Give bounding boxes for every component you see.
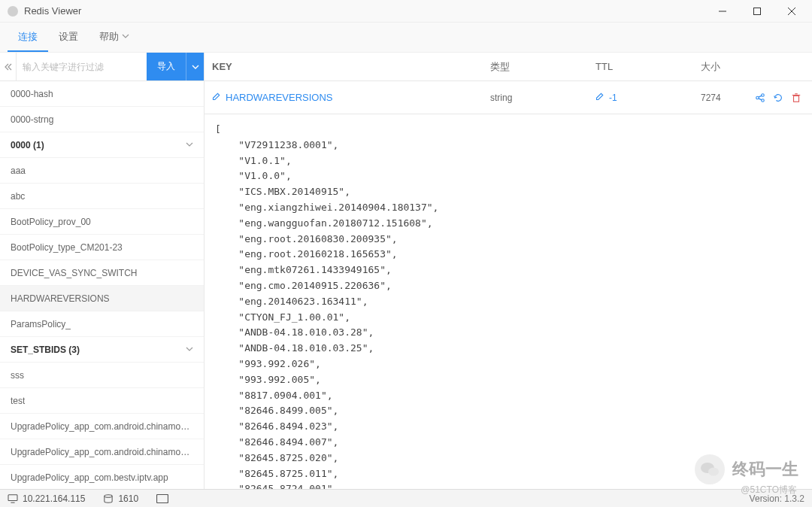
sidebar-item[interactable]: UpgradePolicy_app_com.android.chinamobil… [0,414,204,439]
sidebar-item-label: SET_STBIDS (3) [11,345,80,355]
sidebar-item-label: 0000-strng [11,114,53,125]
database-icon [103,494,114,503]
sidebar-item[interactable]: BootPolicy_type_CM201-23 [0,235,204,260]
svg-point-14 [105,494,112,496]
detail-actions [755,93,801,103]
minimize-button[interactable] [705,0,740,23]
detail-ttl[interactable]: -1 [595,92,701,103]
edit-icon [595,92,604,103]
app-icon [8,6,18,17]
status-host-text: 10.221.164.115 [23,493,85,504]
title-bar: Redis Viewer [0,0,812,23]
share-icon[interactable] [755,93,765,103]
sidebar-item-label: abc [11,191,25,202]
value-pane[interactable]: [ "V72911238.0001", "V1.0.1", "V1.0.0", … [205,114,812,489]
sidebar-item[interactable]: 0000-hash [0,81,204,107]
sidebar-item-label: UpgradePolicy_app_com.android.chinamobil… [11,447,193,457]
collapse-sidebar-button[interactable] [0,53,17,80]
column-headers: KEY 类型 TTL 大小 [205,53,812,81]
import-dropdown[interactable] [186,53,204,80]
menu-help[interactable]: 帮助 [89,23,140,52]
chevron-left-double-icon [5,63,12,71]
svg-point-6 [762,99,765,102]
sidebar-item[interactable]: test [0,388,204,414]
sidebar-item-label: sss [11,370,24,381]
header-key: KEY [212,61,490,72]
chevron-down-icon [192,63,199,71]
detail-ttl-text: -1 [609,93,617,103]
sidebar-item-label: aaa [11,165,26,176]
svg-line-7 [759,96,762,97]
sidebar-item[interactable]: ParamsPolicy_ [0,311,204,337]
menu-bar: 连接 设置 帮助 [0,23,812,53]
search-row: 导入 [0,53,204,81]
sidebar-item-label: UpgradePolicy_app_com.android.chinamobil… [11,421,193,432]
sidebar-item-label: DEVICE_VAS_SYNC_SWITCH [11,268,138,278]
sidebar-item[interactable]: HARDWAREVERSIONS [0,286,204,311]
sidebar-item-label: test [11,396,25,406]
sidebar-item[interactable]: 0000-strng [0,107,204,132]
delete-icon[interactable] [791,93,801,103]
sidebar-item-label: BootPolicy_type_CM201-23 [11,242,123,253]
status-bar: 10.221.164.115 1610 Version: 1.3.2 [0,489,812,507]
refresh-icon[interactable] [773,93,783,103]
import-button[interactable]: 导入 [147,53,186,80]
close-button[interactable] [774,0,809,23]
chevron-down-icon [122,31,129,42]
svg-point-5 [762,93,765,96]
sidebar-item[interactable]: BootPolicy_prov_00 [0,209,204,235]
status-count-text: 1610 [118,493,138,504]
sidebar-item[interactable]: sss [0,363,204,388]
sidebar-item[interactable]: DEVICE_VAS_SYNC_SWITCH [0,260,204,286]
search-input[interactable] [17,53,147,80]
sidebar-item-label: 0000 (1) [11,140,44,150]
sidebar-item-label: HARDWAREVERSIONS [11,293,110,304]
detail-type: string [490,93,595,103]
svg-rect-12 [8,494,17,500]
sidebar-item[interactable]: abc [0,184,204,209]
edit-icon [212,92,221,103]
sidebar-item[interactable]: UpgradePolicy_app_com.bestv.iptv.app [0,465,204,489]
detail-key-text: HARDWAREVERSIONS [226,92,333,103]
chevron-down-icon [186,345,193,355]
sidebar-item[interactable]: UpgradePolicy_app_com.android.chinamobil… [0,439,204,465]
status-host: 10.221.164.115 [8,493,85,504]
terminal-icon [156,494,168,503]
menu-help-label: 帮助 [99,30,119,44]
sidebar-item-label: BootPolicy_prov_00 [11,217,91,227]
content-pane: KEY 类型 TTL 大小 HARDWAREVERSIONS string -1… [205,53,812,489]
sidebar-item-label: UpgradePolicy_app_com.bestv.iptv.app [11,472,168,483]
svg-line-8 [759,98,762,99]
sidebar-item-label: 0000-hash [11,89,53,99]
status-terminal[interactable] [156,494,168,503]
status-count: 1610 [103,493,138,504]
key-list[interactable]: 0000-hash0000-strng0000 (1)aaaabcBootPol… [0,81,204,489]
menu-settings[interactable]: 设置 [48,23,89,52]
menu-connect[interactable]: 连接 [8,23,48,52]
sidebar-item[interactable]: aaa [0,158,204,184]
detail-key[interactable]: HARDWAREVERSIONS [212,92,490,103]
monitor-icon [8,494,18,503]
detail-size-text: 7274 [701,93,721,103]
sidebar-item[interactable]: SET_STBIDS (3) [0,337,204,363]
sidebar-item-label: ParamsPolicy_ [11,319,71,329]
header-type: 类型 [490,60,595,74]
svg-rect-15 [157,494,168,502]
header-ttl: TTL [595,61,701,72]
detail-size: 7274 [701,93,801,103]
main-area: 导入 0000-hash0000-strng0000 (1)aaaabcBoot… [0,53,812,489]
sidebar-item[interactable]: 0000 (1) [0,132,204,158]
detail-row: HARDWAREVERSIONS string -1 7274 [205,81,812,114]
svg-rect-1 [754,8,761,14]
maximize-button[interactable] [740,0,774,23]
chevron-down-icon [186,140,193,150]
window-title: Redis Viewer [24,5,705,17]
svg-rect-9 [794,96,799,102]
sidebar: 导入 0000-hash0000-strng0000 (1)aaaabcBoot… [0,53,205,489]
status-version: Version: 1.3.2 [750,493,804,504]
header-size: 大小 [701,60,801,74]
